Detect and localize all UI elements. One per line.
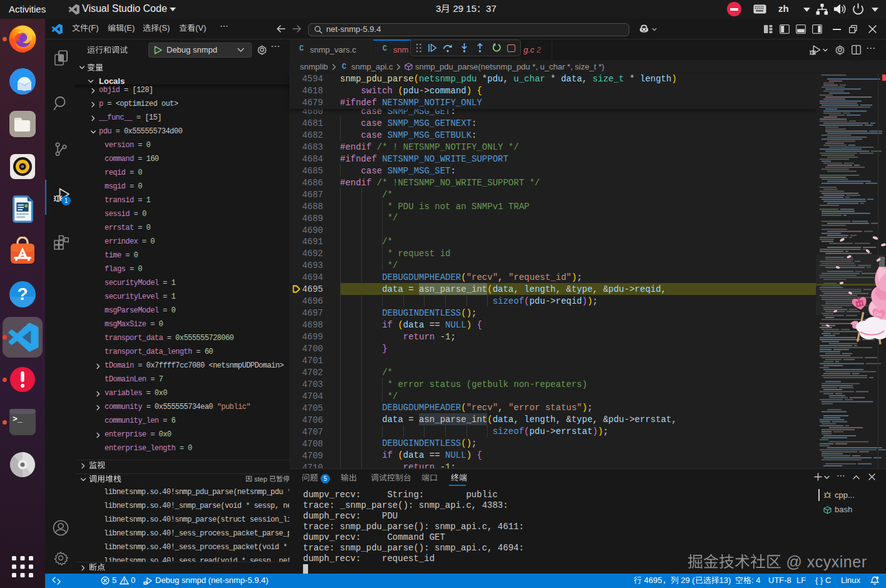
svg-text:?: ? <box>17 284 28 304</box>
svg-text:>_: >_ <box>13 415 23 424</box>
